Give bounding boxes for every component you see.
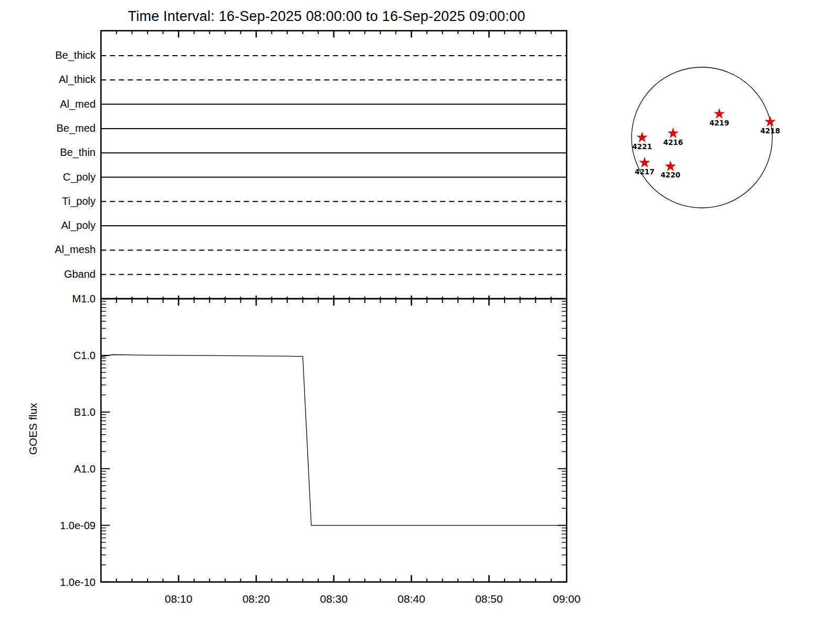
goes-ytick-label: A1.0 [0, 462, 96, 476]
goes-ytick-label: B1.0 [0, 405, 96, 419]
filter-label-al_mesh: Al_mesh [0, 243, 96, 256]
plots-canvas [100, 26, 572, 591]
filter-label-be_med: Be_med [0, 121, 96, 135]
goes-xtick-label: 08:20 [225, 592, 288, 606]
goes-ytick-label: 1.0e-10 [0, 575, 96, 589]
solar-disk-outline [632, 67, 772, 208]
goes-ytick-label: M1.0 [0, 292, 96, 306]
solar-disk-canvas: 421642174218421942204221 [625, 60, 793, 218]
active-region-star-4216 [667, 128, 678, 138]
active-region-star-4218 [764, 116, 775, 127]
goes-flux-curve [101, 355, 566, 526]
active-region-label: 4220 [660, 171, 680, 179]
filter-label-al_med: Al_med [0, 97, 96, 111]
active-region-star-4220 [665, 161, 676, 171]
active-region-label: 4219 [709, 119, 729, 127]
goes-xtick-label: 08:40 [380, 592, 443, 606]
goes-panel-border [101, 299, 566, 582]
filter-timeline-panel [101, 31, 566, 306]
filter-label-gband: Gband [0, 267, 96, 281]
active-region-label: 4221 [632, 142, 652, 151]
goes-xtick-label: 08:50 [457, 592, 520, 606]
active-region-label: 4216 [663, 138, 683, 146]
goes-ytick-label: 1.0e-09 [0, 519, 96, 532]
xrt-goes-timeline-screen: { "title": "Time Interval: 16-Sep-2025 0… [0, 0, 840, 630]
filter-label-ti_poly: Ti_poly [0, 194, 96, 208]
active-region-star-4217 [639, 157, 650, 167]
active-region-star-4221 [636, 132, 647, 142]
filter-label-be_thick: Be_thick [0, 48, 96, 62]
filter-panel-border [101, 31, 566, 299]
goes-flux-axis-title: GOES flux [27, 376, 39, 481]
filter-label-al_poly: Al_poly [0, 218, 96, 232]
active-region-star-4219 [713, 108, 724, 119]
goes-xtick-label: 09:00 [535, 592, 598, 606]
filter-label-be_thin: Be_thin [0, 145, 96, 159]
goes-flux-panel [101, 299, 566, 582]
active-region-label: 4218 [760, 127, 780, 135]
page-title: Time Interval: 16-Sep-2025 08:00:00 to 1… [93, 8, 560, 25]
filter-label-c_poly: C_poly [0, 170, 96, 184]
goes-ytick-label: C1.0 [0, 349, 96, 362]
goes-xtick-label: 08:30 [302, 592, 365, 606]
active-region-label: 4217 [635, 167, 655, 176]
filter-label-al_thick: Al_thick [0, 72, 96, 86]
goes-xtick-label: 08:10 [147, 592, 210, 606]
